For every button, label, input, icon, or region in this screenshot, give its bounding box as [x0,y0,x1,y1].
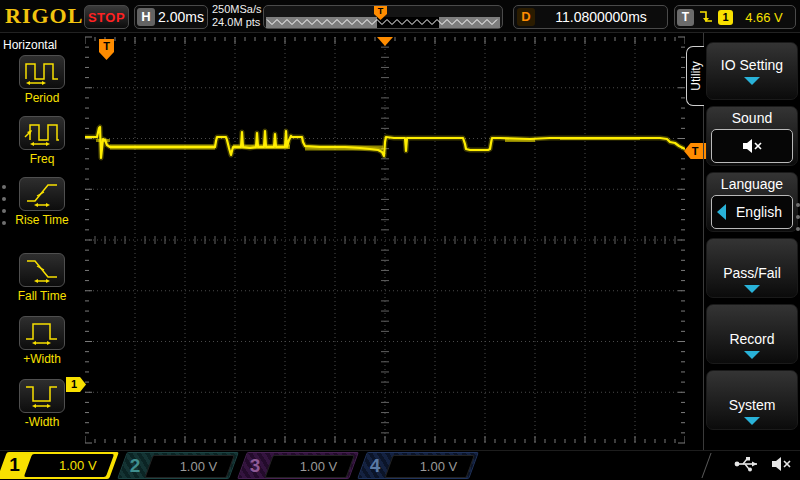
menu-item-freq[interactable]: Freq [10,116,74,166]
menu-item-io-setting[interactable]: IO Setting [706,42,798,100]
chevron-down-icon [744,351,760,359]
fall-time-icon [24,256,60,284]
page-indicator-dot [2,185,6,189]
page-indicator-dot [2,221,6,225]
graticule-grid [85,33,685,447]
acquisition-info: 250MSa/s 24.0M pts [212,3,262,29]
menu-item-pass-fail[interactable]: Pass/Fail [706,238,798,298]
page-indicator-dot [2,209,6,213]
falling-edge-icon [698,9,714,26]
chevron-left-icon [717,204,726,220]
utility-tab: Utility [686,46,704,106]
trigger-level-value: 4.66 V [733,10,795,25]
channel-status-bar: 1 1.00 V 2 1.00 V 3 1.00 V 4 1.00 V [0,450,800,480]
rise-time-icon [24,180,60,208]
channel-1-status[interactable]: 1 1.00 V [0,452,119,479]
waveform-display: T [85,33,685,447]
language-value: English [726,204,792,220]
freq-icon [24,119,60,147]
channel-scale: 1.00 V [300,459,338,474]
top-status-bar: RIGOL STOP H 2.00ms 250MSa/s 24.0M pts T… [0,0,800,33]
menu-item-language[interactable]: Language English [706,172,798,232]
channel-scale: 1.00 V [420,459,458,474]
channel-3-status[interactable]: 3 1.00 V [237,452,359,479]
menu-item-sound[interactable]: Sound [706,106,798,166]
menu-item-record[interactable]: Record [706,304,798,364]
sample-rate: 250MSa/s [212,3,262,16]
trigger-box[interactable]: T 1 4.66 V [674,5,796,29]
horizontal-timebase-box[interactable]: H 2.00ms [134,5,208,29]
run-state-label: STOP [88,10,125,25]
period-icon [24,58,60,86]
status-bar-divider [701,453,711,478]
timebase-value: 2.00ms [155,9,207,25]
h-badge: H [137,8,155,26]
d-badge: D [517,8,535,26]
t-badge: T [677,9,694,26]
menu-item-period[interactable]: Period [10,55,74,105]
channel-2-status[interactable]: 2 1.00 V [117,452,239,479]
menu-item-neg-width[interactable]: -Width [10,379,74,429]
chevron-down-icon [744,417,760,425]
menu-item-fall-time[interactable]: Fall Time [10,253,74,303]
channel-4-status[interactable]: 4 1.00 V [357,452,479,479]
menu-item-system[interactable]: System [706,370,798,430]
menu-item-pos-width[interactable]: +Width [10,316,74,366]
chevron-down-icon [744,77,760,85]
menu-item-rise-time[interactable]: Rise Time [10,177,74,227]
trigger-source-badge: 1 [718,10,733,25]
utility-menu: Utility IO Setting Sound Language Englis… [685,33,800,450]
page-indicator-dot [796,227,800,231]
run-state-indicator[interactable]: STOP [84,5,129,29]
speaker-muted-icon [741,137,763,155]
rigol-logo: RIGOL [5,3,83,29]
page-indicator-dot [2,197,6,201]
waveform-overview-strip[interactable]: T [263,5,503,29]
chevron-down-icon [744,285,760,293]
usb-icon [734,456,760,472]
speaker-muted-icon [770,455,792,473]
left-menu-title: Horizontal [3,38,57,52]
language-select[interactable]: English [711,195,793,229]
delay-box[interactable]: D 11.0800000ms [513,5,668,29]
sound-toggle[interactable] [711,129,793,163]
negative-width-icon [24,382,60,410]
positive-width-icon [24,319,60,347]
channel-scale: 1.00 V [180,459,218,474]
ch1-trace [85,127,685,158]
channel-scale: 1.00 V [59,458,97,473]
page-indicator-dot [796,215,800,219]
memory-depth: 24.0M pts [212,16,262,29]
delay-value: 11.0800000ms [535,9,667,25]
oscilloscope-screen: RIGOL STOP H 2.00ms 250MSa/s 24.0M pts T… [0,0,800,480]
page-indicator-dot [796,203,800,207]
